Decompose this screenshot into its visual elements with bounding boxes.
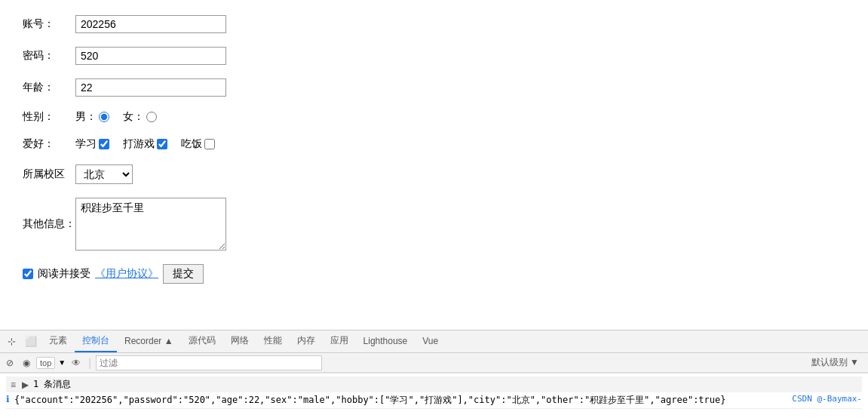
form-area: 账号： 密码： 年龄： 性别： 男： 女：	[0, 0, 868, 330]
password-input[interactable]	[75, 47, 226, 65]
agree-checkbox[interactable]	[23, 269, 33, 279]
devtools-status-row: ≡ ▶ 1 条消息	[6, 377, 862, 392]
agree-row: 阅读并接受 《用户协议》 提交	[23, 264, 845, 284]
tab-sources[interactable]: 源代码	[181, 330, 223, 352]
devtools-eye-icon[interactable]: 👁	[69, 356, 84, 370]
tab-elements[interactable]: 元素	[41, 330, 75, 352]
tab-vue[interactable]: Vue	[415, 330, 446, 352]
devtools-tabs: ⊹ ⬜ 元素 控制台 Recorder ▲ 源代码 网络 性能 内存 应用 Li…	[0, 330, 868, 353]
devtools-cursor-icon[interactable]: ⊹	[3, 334, 20, 349]
console-arrow-icon[interactable]: ▶	[20, 380, 30, 390]
devtools-toolbar: ⊘ ◉ top ▼ 👁 | 默认级别 ▼	[0, 353, 868, 373]
campus-row: 所属校区 北京 上海 广州 深圳	[23, 164, 845, 184]
gender-male-radio[interactable]	[99, 112, 109, 122]
page-container: 账号： 密码： 年龄： 性别： 男： 女：	[0, 0, 868, 418]
gender-female-radio[interactable]	[146, 112, 157, 122]
hobby-eat-text: 吃饭	[181, 137, 202, 151]
console-info-icon: ℹ	[6, 394, 10, 404]
tab-recorder[interactable]: Recorder ▲	[117, 330, 181, 352]
hobby-eat-label[interactable]: 吃饭	[181, 137, 215, 151]
top-dropdown-arrow[interactable]: ▼	[58, 358, 66, 367]
account-input[interactable]	[75, 15, 226, 33]
devtools-block-icon[interactable]: ⊘	[3, 356, 17, 370]
hobby-label: 爱好：	[23, 137, 75, 151]
other-label: 其他信息：	[23, 217, 75, 231]
hobby-game-label[interactable]: 打游戏	[123, 137, 167, 151]
hobby-group: 学习 打游戏 吃饭	[75, 137, 222, 151]
submit-button[interactable]: 提交	[163, 264, 204, 284]
devtools-level[interactable]: 默认级别 ▼	[811, 356, 865, 369]
gender-male-text: 男：	[75, 110, 97, 124]
tab-application[interactable]: 应用	[323, 330, 356, 352]
password-label: 密码：	[23, 49, 75, 63]
tab-console[interactable]: 控制台	[75, 330, 117, 352]
gender-row: 性别： 男： 女：	[23, 110, 845, 124]
hobby-eat-checkbox[interactable]	[204, 139, 215, 149]
console-expand-icon[interactable]: ≡	[9, 380, 17, 390]
gender-female-label[interactable]: 女：	[123, 110, 157, 124]
other-row: 其他信息： 积跬步至千里	[23, 198, 845, 250]
hobby-game-checkbox[interactable]	[157, 139, 167, 149]
campus-label: 所属校区	[23, 168, 75, 181]
account-label: 账号：	[23, 17, 75, 31]
gender-male-label[interactable]: 男：	[75, 110, 109, 124]
agree-text: 阅读并接受	[38, 267, 90, 281]
hobby-study-checkbox[interactable]	[99, 139, 109, 149]
console-filter-input[interactable]	[96, 355, 322, 370]
other-textarea[interactable]: 积跬步至千里	[75, 198, 226, 250]
hobby-row: 爱好： 学习 打游戏 吃饭	[23, 137, 845, 151]
console-row: ℹ {"account":"202256","password":"520","…	[6, 392, 862, 409]
devtools-stop-icon[interactable]: ◉	[20, 356, 33, 370]
tab-performance[interactable]: 性能	[256, 330, 290, 352]
console-message-count: 1 条消息	[33, 378, 71, 391]
agree-link[interactable]: 《用户协议》	[95, 267, 158, 281]
console-source: CSDN @-Baymax-	[792, 394, 862, 404]
tab-memory[interactable]: 内存	[290, 330, 323, 352]
account-row: 账号：	[23, 15, 845, 33]
hobby-study-text: 学习	[75, 137, 97, 151]
age-input[interactable]	[75, 78, 226, 97]
top-badge[interactable]: top	[36, 357, 55, 369]
hobby-game-text: 打游戏	[123, 137, 155, 151]
campus-select[interactable]: 北京 上海 广州 深圳	[75, 164, 133, 184]
age-label: 年龄：	[23, 81, 75, 94]
devtools-device-icon[interactable]: ⬜	[20, 334, 41, 349]
devtools-bar: ⊹ ⬜ 元素 控制台 Recorder ▲ 源代码 网络 性能 内存 应用 Li…	[0, 330, 868, 418]
age-row: 年龄：	[23, 78, 845, 97]
tab-network[interactable]: 网络	[223, 330, 256, 352]
gender-female-text: 女：	[123, 110, 144, 124]
password-row: 密码：	[23, 47, 845, 65]
devtools-console: ≡ ▶ 1 条消息 ℹ {"account":"202256","passwor…	[0, 373, 868, 418]
console-message-text: {"account":"202256","password":"520","ag…	[14, 394, 784, 407]
gender-group: 男： 女：	[75, 110, 164, 124]
hobby-study-label[interactable]: 学习	[75, 137, 109, 151]
tab-lighthouse[interactable]: Lighthouse	[356, 330, 416, 352]
gender-label: 性别：	[23, 110, 75, 124]
